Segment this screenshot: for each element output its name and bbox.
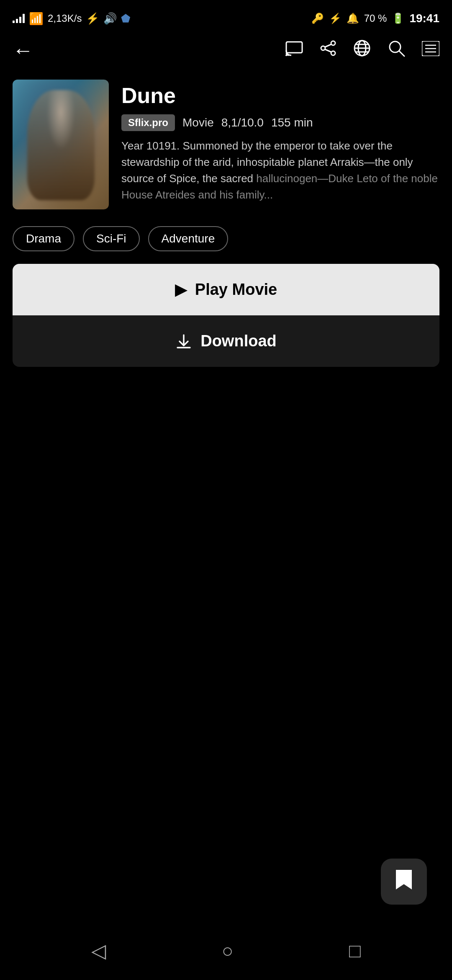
movie-title: Dune	[121, 84, 439, 108]
battery-icon: 🔋	[392, 13, 404, 24]
svg-line-5	[325, 44, 331, 47]
play-button-label: Play Movie	[195, 281, 277, 299]
alarm-icon: 🔔	[347, 13, 359, 24]
movie-poster	[13, 80, 109, 209]
status-bar: 📶 2,13K/s ⚡ 🔊 ⬟ 🔑 ⚡ 🔔 70 % 🔋 19:41	[0, 0, 452, 34]
svg-line-13	[399, 51, 404, 56]
movie-type: Movie	[182, 116, 214, 129]
genre-adventure[interactable]: Adventure	[148, 226, 229, 251]
movie-info: Dune Sflix.pro Movie 8,1/10.0 155 min Ye…	[121, 80, 439, 209]
back-nav-button[interactable]: ◁	[91, 939, 106, 962]
svg-point-3	[321, 46, 325, 50]
poster-figure	[27, 90, 95, 201]
movie-meta: Sflix.pro Movie 8,1/10.0 155 min	[121, 114, 439, 131]
download-icon	[175, 333, 192, 350]
key-icon: 🔑	[311, 13, 324, 24]
movie-description: Year 10191. Summoned by the emperor to t…	[121, 138, 439, 203]
battery-level: 70 %	[364, 13, 387, 24]
vpn-icon: ⬟	[121, 12, 131, 25]
bookmark-fab[interactable]	[381, 859, 427, 905]
action-buttons: ▶ Play Movie Download	[0, 260, 452, 371]
nav-icons	[285, 39, 439, 61]
svg-line-6	[325, 49, 331, 52]
bluetooth-icon: ⚡	[329, 13, 342, 24]
status-left: 📶 2,13K/s ⚡ 🔊 ⬟	[13, 12, 131, 26]
wifi-icon: 📶	[29, 12, 44, 26]
svg-rect-0	[286, 42, 302, 53]
share-button[interactable]	[320, 40, 336, 61]
recent-nav-button[interactable]: □	[349, 939, 361, 962]
download-button[interactable]: Download	[13, 315, 439, 367]
back-button[interactable]: ←	[13, 40, 33, 61]
svg-point-1	[285, 54, 287, 56]
svg-point-4	[331, 51, 335, 55]
description-fade: hallucinogen—Duke Leto of the noble Hous…	[121, 172, 438, 201]
volume-icon: 🔊	[103, 12, 117, 25]
list-button[interactable]	[422, 40, 439, 60]
bookmark-icon	[395, 869, 413, 895]
sflix-badge: Sflix.pro	[121, 114, 175, 131]
bottom-navigation: ◁ ○ □	[0, 921, 452, 980]
genres-section: Drama Sci-Fi Adventure	[0, 218, 452, 260]
play-button[interactable]: ▶ Play Movie	[13, 264, 439, 315]
top-navigation: ←	[0, 34, 452, 71]
clock: 19:41	[409, 12, 439, 25]
movie-duration: 155 min	[271, 116, 313, 129]
globe-button[interactable]	[353, 39, 371, 61]
play-icon: ▶	[175, 281, 187, 299]
signal-icon	[13, 14, 25, 23]
movie-section: Dune Sflix.pro Movie 8,1/10.0 155 min Ye…	[0, 71, 452, 218]
home-nav-button[interactable]: ○	[222, 939, 234, 962]
svg-point-2	[331, 41, 335, 45]
usb-icon: ⚡	[86, 12, 99, 25]
download-button-label: Download	[200, 332, 277, 350]
genre-scifi[interactable]: Sci-Fi	[83, 226, 140, 251]
movie-rating: 8,1/10.0	[221, 116, 264, 129]
network-speed: 2,13K/s	[48, 13, 82, 24]
search-button[interactable]	[388, 39, 405, 61]
genre-drama[interactable]: Drama	[13, 226, 74, 251]
status-right: 🔑 ⚡ 🔔 70 % 🔋 19:41	[311, 12, 439, 25]
cast-button[interactable]	[285, 40, 303, 60]
